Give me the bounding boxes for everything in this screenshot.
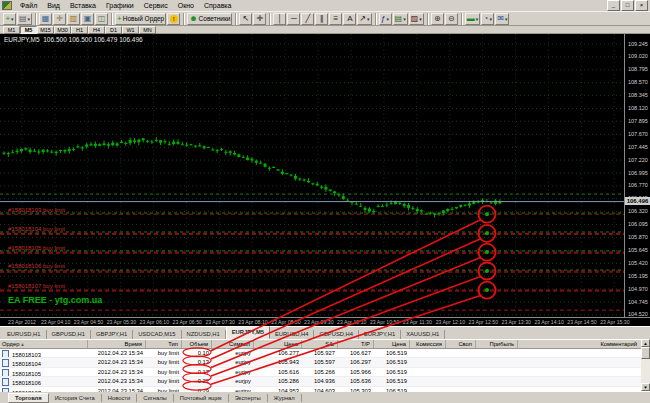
new-chart-button[interactable]: +▾ xyxy=(3,13,16,25)
chart-window[interactable]: EURJPY,M5 106.500 106.500 106.479 106.49… xyxy=(0,34,650,326)
new-order-button-label: Новый Ордер xyxy=(123,15,164,22)
terminal-tab-новости[interactable]: Новости xyxy=(102,394,137,402)
expert-advisors-button[interactable]: ☻Советники xyxy=(187,13,232,25)
scroll-down-button[interactable]: ▼ xyxy=(641,383,650,391)
mailbox-button[interactable]: ✉▾ xyxy=(495,13,509,25)
close-button[interactable]: × xyxy=(635,0,648,11)
menu-item-6[interactable]: Справка xyxy=(199,0,236,11)
indicators-button[interactable]: ƒ▾ xyxy=(379,13,392,25)
period-button-h1[interactable]: H1 xyxy=(71,26,88,34)
time-axis-label: 23 Apr 10:10 xyxy=(337,319,366,325)
column-header-11[interactable]: Прибыль xyxy=(476,340,518,348)
symbol-tab-gbpjpy-h1[interactable]: GBPJPY,H1 xyxy=(91,330,133,339)
symbol-tab-gbpusd-h4[interactable]: GBPUSD,H4 xyxy=(314,330,359,339)
column-header-6[interactable]: S/L xyxy=(302,340,338,348)
terminal-tab-история-счета[interactable]: История Счета xyxy=(49,394,102,402)
order-row-158018103[interactable]: 1580181032012.04.23 15:34buy limit0.10eu… xyxy=(0,349,650,358)
column-header-2[interactable]: Тип xyxy=(146,340,182,348)
restore-button[interactable]: □ xyxy=(621,0,634,11)
minimize-button[interactable]: _ xyxy=(607,0,620,11)
cell-tp: 106.627 xyxy=(338,349,374,357)
cell-swap xyxy=(446,377,476,385)
period-button-mn[interactable]: MN xyxy=(139,26,156,34)
symbol-tab-eurjpy-h1[interactable]: EURJPY,H1 xyxy=(359,330,401,339)
period-button-m5[interactable]: M5 xyxy=(20,26,37,34)
candlestick-chart[interactable] xyxy=(0,34,624,317)
chart-profiles-button[interactable]: ▤▾ xyxy=(17,13,32,25)
terminal-panel-button[interactable]: ▣ xyxy=(81,13,94,25)
period-button-d1[interactable]: D1 xyxy=(105,26,122,34)
chart-order-line-label-1[interactable]: #158018104 buy limit xyxy=(8,226,65,232)
symbol-tab-eurusd-h4[interactable]: EURUSD,H4 xyxy=(270,330,315,339)
column-header-9[interactable]: Комиссия xyxy=(410,340,446,348)
symbol-tabs: EURUSD,H1GBPUSD,H1GBPJPY,H1USDCAD,M15NZD… xyxy=(0,327,650,339)
symbol-tab-usdcad-m15[interactable]: USDCAD,M15 xyxy=(133,330,181,339)
templates-button[interactable]: ▨▾ xyxy=(409,13,424,25)
terminal-tab-эксперты[interactable]: Эксперты xyxy=(229,394,268,402)
column-header-0[interactable]: Ордер ▴ xyxy=(0,340,88,348)
new-chart-alt-button[interactable]: ▬▾ xyxy=(465,13,481,25)
new-order-button[interactable]: +Новый Ордер xyxy=(115,13,166,25)
crosshair-button[interactable]: ✛ xyxy=(253,13,266,25)
chart-order-line-label-3[interactable]: #158018106 buy limit xyxy=(8,263,65,269)
equidistant-channel-button[interactable]: ∥ xyxy=(315,13,328,25)
symbol-tab-gbpusd-h1[interactable]: GBPUSD,H1 xyxy=(47,330,92,339)
arrow-objects-button[interactable]: ↗▾ xyxy=(357,13,371,25)
scroll-thumb[interactable] xyxy=(641,347,650,359)
menu-item-0[interactable]: Файл xyxy=(15,0,42,11)
symbol-tab-xauusd-h1[interactable]: XAUUSD,H1 xyxy=(401,330,445,339)
column-header-1[interactable]: Время xyxy=(88,340,146,348)
time-axis-label: 23 Apr 06:10 xyxy=(140,319,169,325)
column-header-4[interactable]: Символ xyxy=(212,340,254,348)
cell-sl: 105.597 xyxy=(302,358,338,366)
text-label-button[interactable]: A xyxy=(343,13,356,25)
history-center-button[interactable]: ◔▾ xyxy=(481,13,494,25)
data-window-button[interactable]: ✛ xyxy=(53,13,66,25)
zoom-out-button[interactable]: ⊖ xyxy=(445,13,458,25)
column-header-12[interactable]: Комментарий xyxy=(518,340,650,348)
chart-order-line-label-2[interactable]: #158018105 buy limit xyxy=(8,245,65,251)
period-button-m15[interactable]: M15 xyxy=(37,26,54,34)
menu-item-2[interactable]: Вставка xyxy=(65,0,101,11)
vertical-line-button[interactable]: │ xyxy=(273,13,286,25)
column-header-5[interactable]: Цена xyxy=(254,340,302,348)
column-header-3[interactable]: Объем xyxy=(182,340,212,348)
scroll-up-button[interactable]: ▲ xyxy=(641,339,650,347)
period-button-h4[interactable]: H4 xyxy=(88,26,105,34)
terminal-tab-журнал[interactable]: Журнал xyxy=(268,394,302,402)
terminal-tab-торговля[interactable]: Торговля xyxy=(8,393,49,403)
fibonacci-icon: ≡ xyxy=(334,14,339,23)
order-row-158018106[interactable]: 1580181062012.04.23 15:34buy limit0.22eu… xyxy=(0,377,650,386)
strategy-tester-button[interactable]: ◫ xyxy=(95,13,108,25)
menu-item-1[interactable]: Вид xyxy=(42,0,65,11)
cursor-button[interactable]: ↖ xyxy=(239,13,252,25)
warning-icon[interactable]: ! xyxy=(167,13,180,25)
horizontal-line-button[interactable]: ─ xyxy=(287,13,300,25)
order-row-158018104[interactable]: 1580181042012.04.23 15:34buy limit0.13eu… xyxy=(0,358,650,367)
cell-volume: 0.13 xyxy=(182,358,212,366)
trendline-button[interactable]: ╱ xyxy=(301,13,314,25)
column-header-10[interactable]: Своп xyxy=(446,340,476,348)
symbol-tab-eurusd-h1[interactable]: EURUSD,H1 xyxy=(2,330,47,339)
period-button-m1[interactable]: M1 xyxy=(3,26,20,34)
menu-item-3[interactable]: Графики xyxy=(101,0,139,11)
terminal-tab-сигналы[interactable]: Сигналы xyxy=(137,394,174,402)
terminal-tab-почтовый-ящик[interactable]: Почтовый ящик xyxy=(174,394,229,402)
navigator-button[interactable]: ▥ xyxy=(67,13,80,25)
chart-order-line-label-4[interactable]: #158018107 buy limit xyxy=(8,283,65,289)
column-header-7[interactable]: T/P xyxy=(338,340,374,348)
column-header-8[interactable]: Цена xyxy=(374,340,410,348)
menu-item-4[interactable]: Сервис xyxy=(139,0,173,11)
menu-item-5[interactable]: Окно xyxy=(173,0,199,11)
period-button-w1[interactable]: W1 xyxy=(122,26,139,34)
vertical-scrollbar[interactable]: ▲ ▼ xyxy=(641,339,650,391)
zoom-in-button[interactable]: ⊕ xyxy=(431,13,444,25)
fibonacci-button[interactable]: ≡ xyxy=(329,13,342,25)
period-button-m30[interactable]: M30 xyxy=(54,26,71,34)
chart-order-line-label-0[interactable]: #158018103 buy limit xyxy=(8,207,65,213)
market-watch-button[interactable]: ▦ xyxy=(39,13,52,25)
symbol-tab-eurjpy-m5[interactable]: EURJPY,M5 xyxy=(226,326,270,339)
period-list-button[interactable]: ▤▾ xyxy=(393,13,408,25)
order-row-158018105[interactable]: 1580181052012.04.23 15:34buy limit0.17eu… xyxy=(0,368,650,377)
symbol-tab-nzdusd-h1[interactable]: NZDUSD,H1 xyxy=(182,330,226,339)
